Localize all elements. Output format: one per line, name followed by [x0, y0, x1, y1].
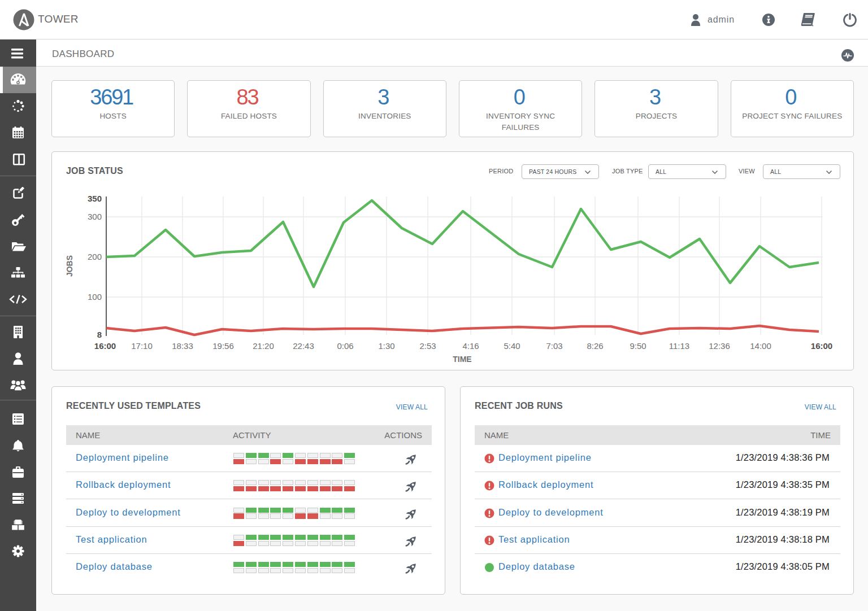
svg-text:JOBS: JOBS — [65, 255, 74, 277]
svg-text:1:30: 1:30 — [378, 341, 394, 351]
svg-text:4:16: 4:16 — [462, 341, 479, 351]
svg-text:2:53: 2:53 — [419, 341, 436, 351]
svg-text:7:03: 7:03 — [546, 341, 562, 351]
svg-text:11:13: 11:13 — [669, 341, 689, 351]
svg-text:200: 200 — [88, 252, 102, 261]
svg-text:21:20: 21:20 — [253, 341, 274, 351]
svg-text:16:00: 16:00 — [811, 341, 832, 351]
svg-text:16:00: 16:00 — [94, 341, 116, 351]
svg-text:22:43: 22:43 — [293, 341, 314, 351]
svg-text:300: 300 — [88, 212, 102, 221]
svg-text:9:50: 9:50 — [630, 341, 646, 351]
svg-text:350: 350 — [88, 194, 102, 203]
svg-text:0:06: 0:06 — [337, 341, 353, 351]
svg-text:5:40: 5:40 — [504, 341, 520, 351]
svg-text:100: 100 — [88, 292, 102, 302]
svg-text:18:33: 18:33 — [172, 341, 193, 351]
svg-text:8: 8 — [97, 330, 102, 339]
svg-text:8:26: 8:26 — [587, 341, 603, 351]
svg-text:17:10: 17:10 — [131, 341, 153, 351]
svg-text:19:56: 19:56 — [212, 341, 234, 351]
svg-text:TIME: TIME — [453, 355, 471, 364]
svg-text:12:36: 12:36 — [709, 341, 730, 351]
svg-text:14:00: 14:00 — [750, 341, 771, 351]
